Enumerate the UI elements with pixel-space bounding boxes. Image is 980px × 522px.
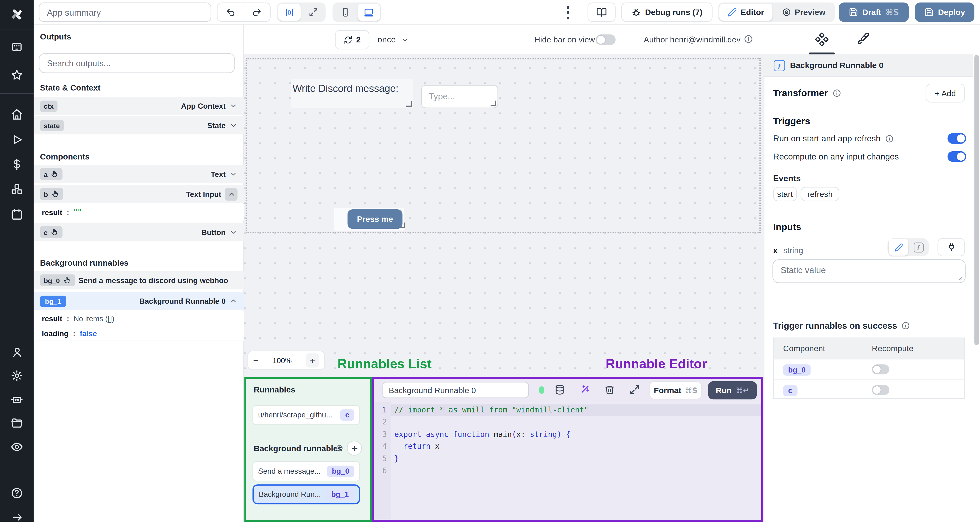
cache-database-icon[interactable]	[554, 384, 565, 395]
hide-bar-label: Hide bar on view	[535, 35, 595, 44]
resize-handle[interactable]	[406, 101, 412, 107]
recompute-toggle-bg0[interactable]	[872, 364, 889, 374]
fullscreen-canvas-button[interactable]	[302, 4, 325, 21]
event-chip-refresh[interactable]: refresh	[800, 187, 839, 201]
settings-gear-icon[interactable]	[0, 365, 34, 386]
help-icon[interactable]	[0, 482, 34, 504]
expand-icon[interactable]	[629, 384, 640, 395]
run-frequency-dropdown[interactable]: once	[377, 30, 409, 49]
press-me-button[interactable]: Press me	[348, 209, 402, 229]
zoom-in-button[interactable]: +	[305, 353, 320, 368]
b-result-value: ""	[73, 208, 82, 216]
docs-book-button[interactable]	[587, 3, 616, 22]
refresh-count: 2	[356, 35, 361, 44]
code-editor[interactable]: 1// import * as wmill from "windmill-cli…	[374, 402, 760, 519]
hide-bar-toggle[interactable]	[596, 35, 616, 45]
textinput-placeholder: Type...	[429, 91, 455, 101]
collapse-arrow-icon[interactable]	[0, 506, 34, 522]
rail-footer	[0, 482, 34, 522]
runnable-item-c[interactable]: u/henri/scrape_githu... c	[253, 405, 360, 425]
runnable-item-bg0[interactable]: Send a message... bg_0	[253, 461, 360, 481]
variables-dollar-icon[interactable]	[0, 154, 34, 175]
connect-plug-button[interactable]	[937, 238, 965, 256]
tab-preview[interactable]: Preview	[773, 4, 834, 21]
info-icon[interactable]	[885, 134, 894, 143]
kebab-menu-icon[interactable]	[565, 6, 571, 19]
output-row-ctx[interactable]: ctx App Context	[34, 97, 244, 115]
search-outputs-input[interactable]	[39, 53, 235, 73]
output-row-state[interactable]: state State	[34, 116, 244, 134]
pencil-icon	[894, 243, 903, 251]
audit-eye-icon[interactable]	[0, 436, 34, 458]
add-background-runnable-button[interactable]	[347, 441, 362, 455]
undo-button[interactable]	[218, 3, 244, 21]
info-icon[interactable]	[902, 321, 910, 330]
delete-trash-icon[interactable]	[605, 384, 615, 395]
output-row-b[interactable]: b Text Input	[34, 185, 244, 203]
resize-handle[interactable]	[491, 101, 496, 107]
debug-runs-button[interactable]: Debug runs (7)	[621, 3, 713, 22]
apps-icon[interactable]	[0, 37, 34, 58]
home-icon[interactable]	[0, 103, 34, 125]
center-align-button[interactable]	[278, 4, 301, 21]
mobile-view-button[interactable]	[334, 4, 356, 21]
format-button[interactable]: Format ⌘S	[649, 381, 702, 399]
tab-styling-brush-icon[interactable]	[856, 32, 869, 46]
runnables-list-panel: Runnables u/henri/scrape_githu... c Back…	[244, 377, 372, 522]
textinput-component[interactable]: Type...	[421, 85, 498, 108]
folders-icon[interactable]	[0, 412, 34, 434]
c-type-label: Button	[202, 228, 226, 237]
editor-preview-segment: Editor Preview	[718, 3, 835, 22]
resize-handle[interactable]	[399, 223, 405, 228]
static-mode-button[interactable]	[889, 239, 908, 255]
favorites-star-icon[interactable]	[0, 64, 34, 86]
info-icon[interactable]	[832, 89, 841, 97]
draft-button[interactable]: Draft ⌘S	[839, 3, 909, 22]
resources-cubes-icon[interactable]	[0, 179, 34, 200]
expr-mode-button[interactable]: ƒ	[910, 239, 928, 255]
add-transformer-button[interactable]: + Add	[926, 84, 965, 103]
run-on-start-toggle[interactable]	[948, 133, 966, 144]
code-line[interactable]: 3export async function main(x: string) {	[374, 428, 760, 441]
chevron-down-icon	[229, 121, 237, 129]
output-row-a[interactable]: a Text	[34, 165, 244, 183]
user-icon[interactable]	[0, 341, 34, 363]
trigger-success-table: Component Recompute bg_0 c	[773, 337, 965, 399]
runs-play-icon[interactable]	[0, 129, 34, 150]
code-line[interactable]: 5}	[374, 453, 760, 465]
chevron-up-icon[interactable]	[225, 188, 237, 200]
code-line[interactable]: 1// import * as wmill from "windmill-cli…	[374, 404, 760, 417]
run-button[interactable]: Run ⌘↵	[708, 381, 757, 399]
right-panel-scrollbar[interactable]	[974, 55, 978, 345]
runnable-item-bg1-selected[interactable]: Background Run... bg_1	[253, 484, 360, 504]
redo-button[interactable]	[244, 3, 270, 21]
ai-wand-icon[interactable]	[579, 384, 590, 395]
event-chip-start[interactable]: start	[773, 187, 797, 201]
output-row-bg1[interactable]: bg_1 Background Runnable 0	[34, 292, 244, 310]
info-icon[interactable]	[336, 444, 343, 452]
windmill-logo[interactable]	[0, 0, 34, 29]
resize-grip-icon[interactable]	[956, 274, 963, 281]
code-line[interactable]: 6	[374, 465, 760, 477]
desktop-view-button[interactable]	[358, 4, 380, 21]
deploy-button[interactable]: Deploy	[915, 3, 974, 22]
code-line[interactable]: 2	[374, 417, 760, 428]
static-value-textarea[interactable]: Static value	[772, 259, 966, 283]
b-result-row: result : ""	[34, 204, 244, 221]
workers-robot-icon[interactable]	[0, 389, 34, 410]
zoom-out-button[interactable]: −	[253, 355, 259, 366]
text-component[interactable]: Write Discord message:	[291, 80, 413, 108]
info-icon[interactable]	[744, 35, 753, 44]
hand-pointer-icon	[51, 228, 59, 236]
code-line[interactable]: 4 return x	[374, 441, 760, 453]
recompute-toggle[interactable]	[948, 151, 966, 162]
output-row-bg0[interactable]: bg_0 Send a message to discord using web…	[34, 271, 244, 290]
tab-editor[interactable]: Editor	[719, 4, 772, 21]
output-row-c[interactable]: c Button	[34, 223, 244, 241]
tab-component-settings-icon[interactable]	[815, 32, 829, 46]
refresh-count-button[interactable]: 2	[335, 30, 369, 49]
app-summary-input[interactable]	[39, 3, 211, 22]
runnable-name-input[interactable]	[382, 382, 529, 398]
schedules-calendar-icon[interactable]	[0, 204, 34, 225]
recompute-toggle-c[interactable]	[872, 385, 889, 395]
